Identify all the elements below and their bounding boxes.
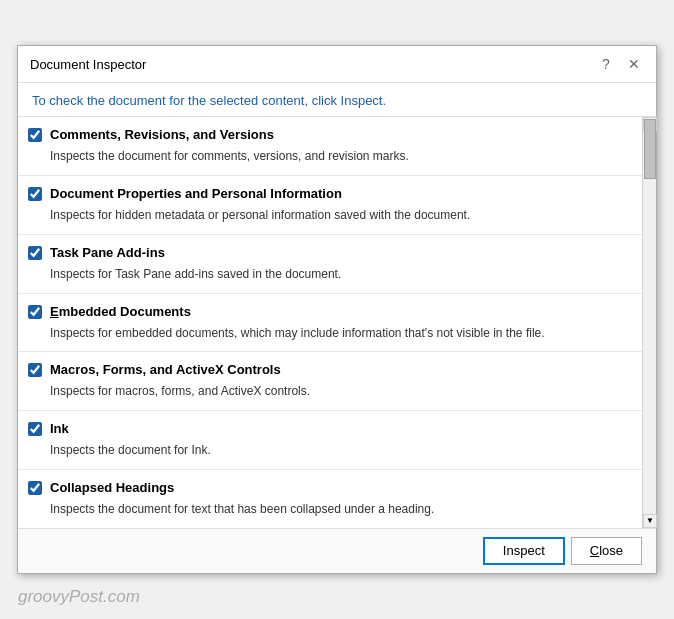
footer: Inspect Close [18,529,656,573]
watermark: groovyPost.com [18,587,140,607]
checkbox-macros[interactable] [28,363,42,377]
item-title-comments: Comments, Revisions, and Versions [50,127,274,142]
checkbox-taskpane[interactable] [28,246,42,260]
list-item: Ink Inspects the document for Ink. [18,411,642,470]
document-inspector-dialog: Document Inspector ? ✕ To check the docu… [17,45,657,574]
item-desc-properties: Inspects for hidden metadata or personal… [50,207,628,224]
item-title-properties: Document Properties and Personal Informa… [50,186,342,201]
item-desc-ink: Inspects the document for Ink. [50,442,628,459]
list-item: Embedded Documents Inspects for embedded… [18,294,642,353]
item-title-taskpane: Task Pane Add-ins [50,245,165,260]
title-bar: Document Inspector ? ✕ [18,46,656,83]
checkbox-collapsed[interactable] [28,481,42,495]
checkbox-comments[interactable] [28,128,42,142]
checkbox-properties[interactable] [28,187,42,201]
dialog-title: Document Inspector [30,57,146,72]
item-title-ink: Ink [50,421,69,436]
item-desc-macros: Inspects for macros, forms, and ActiveX … [50,383,628,400]
scrollbar-arrow-down[interactable]: ▼ [643,514,657,528]
close-label-rest: lose [599,543,623,558]
close-button[interactable]: Close [571,537,642,565]
close-title-button[interactable]: ✕ [624,54,644,74]
item-title-collapsed: Collapsed Headings [50,480,174,495]
title-bar-controls: ? ✕ [596,54,644,74]
item-title-macros: Macros, Forms, and ActiveX Controls [50,362,281,377]
item-desc-comments: Inspects the document for comments, vers… [50,148,628,165]
list-item: Task Pane Add-ins Inspects for Task Pane… [18,235,642,294]
close-underline: C [590,543,599,558]
item-desc-embedded: Inspects for embedded documents, which m… [50,325,628,342]
checkbox-ink[interactable] [28,422,42,436]
scrollbar[interactable]: ▲ ▼ [642,117,656,528]
scrollbar-thumb[interactable] [644,119,656,179]
item-desc-taskpane: Inspects for Task Pane add-ins saved in … [50,266,628,283]
content-area: Comments, Revisions, and Versions Inspec… [18,116,656,529]
item-title-embedded: Embedded Documents [50,304,191,319]
list-item: Macros, Forms, and ActiveX Controls Insp… [18,352,642,411]
instruction-text: To check the document for the selected c… [18,83,656,116]
inspect-button[interactable]: Inspect [483,537,565,565]
items-list: Comments, Revisions, and Versions Inspec… [18,117,642,528]
list-item: Collapsed Headings Inspects the document… [18,470,642,528]
list-item: Document Properties and Personal Informa… [18,176,642,235]
checkbox-embedded[interactable] [28,305,42,319]
list-item: Comments, Revisions, and Versions Inspec… [18,117,642,176]
item-desc-collapsed: Inspects the document for text that has … [50,501,628,518]
help-button[interactable]: ? [596,54,616,74]
